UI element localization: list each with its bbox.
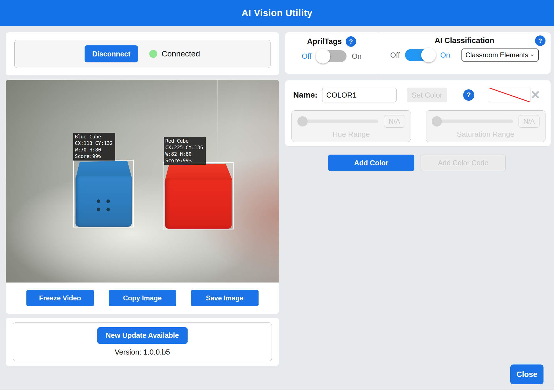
video-card: Blue Cube CX:113 CY:132 W:70 H:80 Score:… [6,80,279,314]
set-color-button[interactable]: Set Color [407,88,448,102]
red-cube-bounding-box [163,162,234,229]
scene-wall-corner [217,80,218,165]
update-card: New Update Available Version: 1.0.0.b5 [6,318,279,366]
sliders-row: N/A Hue Range N/A Saturation Range [291,110,545,142]
video-button-row: Freeze Video Copy Image Save Image [6,283,279,314]
set-color-help-icon[interactable]: ? [463,89,474,101]
ai-classification-toggle[interactable] [405,49,435,61]
ai-classification-help-icon[interactable]: ? [535,35,545,46]
save-image-button[interactable]: Save Image [191,290,259,306]
apriltags-on-label: On [352,52,362,61]
camera-feed: Blue Cube CX:113 CY:132 W:70 H:80 Score:… [6,80,279,283]
apriltags-off-label: Off [302,52,311,61]
close-icon[interactable]: ✕ [530,89,540,101]
connection-card: Disconnect Connected [6,32,279,75]
connection-status: Connected [149,49,200,58]
freeze-video-button[interactable]: Freeze Video [26,290,94,306]
status-text: Connected [161,49,200,58]
new-update-button[interactable]: New Update Available [97,327,188,344]
red-cube-detection-label: Red Cube CX:225 CY:136 W:82 H:80 Score:9… [164,137,206,165]
add-color-button[interactable]: Add Color [328,155,414,171]
color-name-input[interactable] [322,88,396,102]
saturation-range-group: N/A Saturation Range [426,110,545,142]
connection-box: Disconnect Connected [14,40,270,68]
ai-classification-title: AI Classification [435,36,494,45]
hue-slider-knob[interactable] [297,116,308,127]
model-dropdown-value: Classroom Elements [465,51,528,59]
add-color-code-button[interactable]: Add Color Code [421,155,506,171]
color-actions-row: Add Color Add Color Code [285,155,551,171]
model-dropdown[interactable]: Classroom Elements ⌄ [461,49,539,62]
apriltags-section: AprilTags ? Off On [285,32,378,74]
saturation-range-label: Saturation Range [432,130,540,139]
hue-range-group: N/A Hue Range [291,110,411,142]
page-title: AI Vision Utility [242,8,312,18]
hue-slider[interactable] [297,116,378,127]
ai-off-label: Off [390,51,400,60]
copy-image-button[interactable]: Copy Image [109,290,176,306]
apriltags-toggle[interactable] [316,50,347,62]
name-label: Name: [293,90,318,100]
ai-vision-utility-window: AI Vision Utility Disconnect Connected [0,0,554,392]
blue-cube-detection-label: Blue Cube CX:113 CY:132 W:70 H:80 Score:… [73,133,115,161]
saturation-slider-knob[interactable] [432,116,442,127]
toggles-card: AprilTags ? Off On AI Classification ? O… [285,32,551,74]
apriltags-title: AprilTags [307,37,342,46]
bottom-strip [0,390,554,392]
update-box: New Update Available Version: 1.0.0.b5 [13,323,272,361]
color-swatch-empty [489,88,530,102]
ai-on-label: On [440,51,450,60]
chevron-down-icon: ⌄ [530,50,535,58]
title-bar: AI Vision Utility [0,0,554,26]
right-column: AprilTags ? Off On AI Classification ? O… [285,32,551,171]
version-text: Version: 1.0.0.b5 [115,348,170,357]
blue-cube-bounding-box [73,160,134,228]
close-button[interactable]: Close [510,364,543,384]
status-dot-icon [149,50,157,58]
disconnect-button[interactable]: Disconnect [85,45,138,62]
saturation-slider[interactable] [432,116,513,127]
ai-classification-section: AI Classification ? Off On Classroom Ele… [378,32,551,74]
color-config-card: Name: Set Color ? ✕ N/A Hue Range [285,80,551,146]
hue-value-box: N/A [384,115,405,128]
apriltags-help-icon[interactable]: ? [346,36,356,47]
left-column: Disconnect Connected [6,32,279,366]
saturation-value-box: N/A [519,115,540,128]
hue-range-label: Hue Range [297,130,405,139]
color-name-row: Name: Set Color ? ✕ [293,88,545,102]
